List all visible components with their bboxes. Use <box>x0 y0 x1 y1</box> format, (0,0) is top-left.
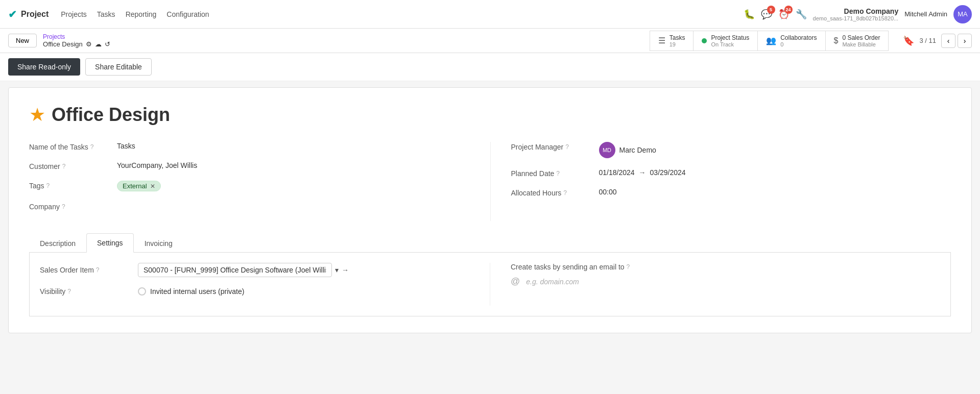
chat-icon[interactable]: 💬 5 <box>761 9 772 20</box>
tab-settings[interactable]: Settings <box>86 233 134 253</box>
sales-order-input[interactable] <box>138 263 332 277</box>
breadcrumb-current: Office Design ⚙ ☁ ↺ <box>43 40 110 48</box>
visibility-label: Visibility ? <box>40 287 132 296</box>
pd-help-icon[interactable]: ? <box>556 170 560 177</box>
user-info: Mitchell Admin <box>904 10 947 18</box>
refresh-icon[interactable]: ↺ <box>105 40 110 48</box>
visibility-radio[interactable] <box>138 287 146 296</box>
tab-description[interactable]: Description <box>29 233 86 253</box>
sales-order-stat[interactable]: $ 0 Sales Order Make Billable <box>825 31 889 51</box>
tasks-icon: ☰ <box>658 36 665 45</box>
form-left: Name of the Tasks ? Tasks Customer ? You… <box>29 142 490 221</box>
collaborators-stat[interactable]: 👥 Collaborators 0 <box>757 31 825 51</box>
project-status-stat[interactable]: Project Status On Track <box>693 31 757 51</box>
planned-date-field: Planned Date ? 01/18/2024 → 03/29/2024 <box>511 168 951 178</box>
clock-icon[interactable]: ⏰ 24 <box>778 9 790 20</box>
tasks-stat[interactable]: ☰ Tasks 19 <box>650 31 694 51</box>
next-arrow[interactable]: › <box>958 34 972 48</box>
tasks-label: Tasks <box>670 34 685 41</box>
visibility-value: Invited internal users (private) <box>138 287 469 296</box>
menu-tasks[interactable]: Tasks <box>97 8 115 20</box>
company-label: Company ? <box>29 202 111 211</box>
form-fields: Name of the Tasks ? Tasks Customer ? You… <box>29 142 951 221</box>
share-readonly-button[interactable]: Share Read-only <box>8 58 80 76</box>
project-header: ★ Office Design <box>29 104 951 126</box>
cte-help-icon[interactable]: ? <box>627 263 630 270</box>
create-tasks-email-field: Create tasks by sending an email to ? <box>511 263 940 271</box>
vis-help-icon[interactable]: ? <box>67 288 71 295</box>
customer-value[interactable]: YourCompany, Joel Willis <box>117 161 470 169</box>
upload-icon[interactable]: ☁ <box>95 40 102 48</box>
company-info: Demo Company demo_saas-171_8db027b15820.… <box>813 7 899 21</box>
settings-right: Create tasks by sending an email to ? @ … <box>490 263 940 306</box>
bug-icon[interactable]: 🐛 <box>744 9 755 20</box>
sales-order-item-label: Sales Order Item ? <box>40 266 132 274</box>
help-icon[interactable]: ? <box>90 143 94 151</box>
breadcrumb-toolbar: New Projects Office Design ⚙ ☁ ↺ ☰ Tasks… <box>0 29 980 53</box>
planned-date-end[interactable]: 03/29/2024 <box>650 168 686 177</box>
avatar[interactable]: MA <box>953 5 972 23</box>
toolbar-right: 🔖 3 / 11 ‹ › <box>903 34 972 48</box>
customer-help-icon[interactable]: ? <box>62 163 66 170</box>
allocated-hours-field: Allocated Hours ? 00:00 <box>511 188 951 197</box>
name-of-tasks-field: Name of the Tasks ? Tasks <box>29 142 470 151</box>
sales-label: 0 Sales Order <box>842 34 880 41</box>
company-field: Company ? <box>29 202 470 211</box>
ah-help-icon[interactable]: ? <box>563 189 567 196</box>
date-arrow-icon: → <box>639 168 646 177</box>
collaborators-label: Collaborators <box>780 34 817 41</box>
share-editable-button[interactable]: Share Editable <box>85 58 152 76</box>
menu-reporting[interactable]: Reporting <box>126 8 157 20</box>
breadcrumb-parent[interactable]: Projects <box>43 33 110 40</box>
app-logo: ✔ Project <box>8 8 49 20</box>
allocated-hours-label: Allocated Hours ? <box>511 188 593 197</box>
tags-help-icon[interactable]: ? <box>46 182 50 189</box>
chat-badge: 5 <box>767 6 775 14</box>
email-input-row: @ e.g. domain.com <box>511 276 940 287</box>
tasks-count: 19 <box>670 41 685 47</box>
logo-check-icon: ✔ <box>8 8 17 20</box>
planned-date-label: Planned Date ? <box>511 168 593 178</box>
form-tabs: Description Settings Invoicing <box>29 233 951 253</box>
tags-label: Tags ? <box>29 181 111 190</box>
create-tasks-email-label: Create tasks by sending an email to ? <box>511 263 630 271</box>
name-of-tasks-value: Tasks <box>117 142 470 150</box>
star-icon[interactable]: ★ <box>29 104 45 126</box>
avatar-initials: MA <box>958 10 968 18</box>
company-help-icon[interactable]: ? <box>62 203 65 210</box>
dropdown-arrow-icon[interactable]: ▾ <box>335 266 339 274</box>
bookmark-icon[interactable]: 🔖 <box>903 35 914 46</box>
sales-order-external-link-icon[interactable]: → <box>342 266 349 274</box>
settings-left: Sales Order Item ? ▾ → <box>40 263 469 306</box>
sales-sub: Make Billable <box>842 41 880 47</box>
allocated-hours-value[interactable]: 00:00 <box>599 188 951 196</box>
status-value: On Track <box>711 41 749 47</box>
soi-help-icon[interactable]: ? <box>96 266 100 274</box>
new-button[interactable]: New <box>8 34 37 47</box>
top-navigation: ✔ Project Projects Tasks Reporting Confi… <box>0 0 980 29</box>
prev-arrow[interactable]: ‹ <box>941 34 955 48</box>
name-of-tasks-label: Name of the Tasks ? <box>29 142 111 151</box>
project-manager-value: MD Marc Demo <box>599 142 951 158</box>
email-domain-placeholder[interactable]: e.g. domain.com <box>526 278 579 286</box>
settings-icon[interactable]: ⚙ <box>86 40 92 48</box>
wrench-icon[interactable]: 🔧 <box>796 9 807 20</box>
project-manager-field: Project Manager ? MD Marc Demo <box>511 142 951 158</box>
sales-order-input-wrapper: ▾ → <box>138 263 349 277</box>
project-manager-name[interactable]: Marc Demo <box>619 146 656 154</box>
menu-projects[interactable]: Projects <box>61 8 87 20</box>
tag-remove-icon[interactable]: ✕ <box>150 183 155 190</box>
visibility-field: Visibility ? Invited internal users (pri… <box>40 287 469 296</box>
menu-configuration[interactable]: Configuration <box>166 8 209 20</box>
toolbar-stats: ☰ Tasks 19 Project Status On Track 👥 Col… <box>650 31 889 51</box>
tab-invoicing[interactable]: Invoicing <box>134 233 183 253</box>
collaborators-icon: 👥 <box>766 36 776 45</box>
status-dot <box>702 38 707 43</box>
project-title: Office Design <box>52 104 170 126</box>
nav-arrows: ‹ › <box>941 34 972 48</box>
pm-help-icon[interactable]: ? <box>565 143 569 151</box>
visibility-text: Invited internal users (private) <box>150 287 244 296</box>
at-sign-icon: @ <box>511 276 520 287</box>
tag-chip-external: External ✕ <box>117 181 161 191</box>
planned-date-start[interactable]: 01/18/2024 <box>599 168 635 177</box>
